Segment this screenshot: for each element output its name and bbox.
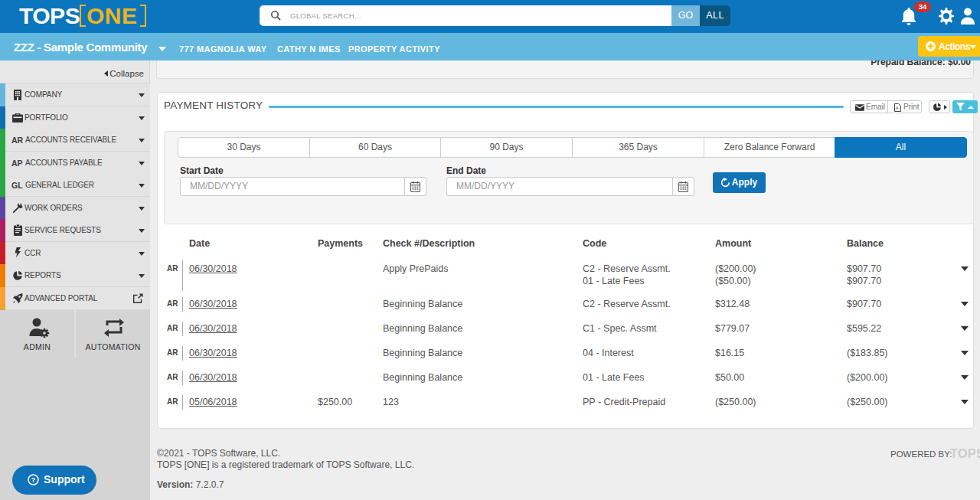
- svg-text:A: A: [896, 106, 899, 110]
- svg-text:?: ?: [31, 476, 35, 484]
